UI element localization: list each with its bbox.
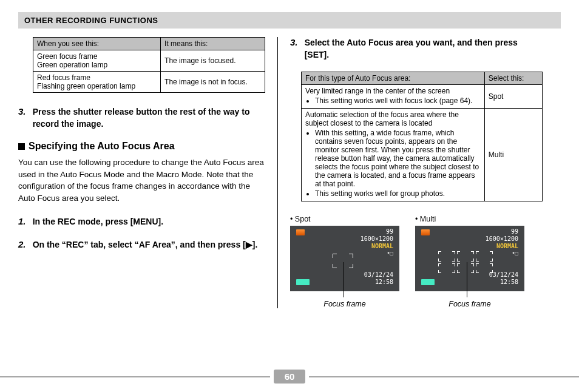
- time-text: 12:58: [375, 279, 393, 285]
- page-number: 60: [274, 370, 306, 384]
- table-row: Very limited range in the center of the …: [302, 85, 543, 109]
- date-text: 03/12/24: [364, 271, 393, 278]
- resolution-text: 1600×1200: [361, 235, 393, 242]
- footer-rule: [309, 376, 579, 377]
- cell-text: Red focus frame: [37, 73, 157, 82]
- lcd-screen-multi: 99 1600×1200 NORMAL •□ 03/12/24 12:58: [415, 226, 524, 291]
- resolution-text: 1600×1200: [486, 235, 518, 242]
- footer-rule: [0, 376, 270, 377]
- table-row: Green focus frame Green operation lamp T…: [33, 50, 265, 72]
- spot-focus-frame: [333, 254, 353, 268]
- lcd-screen-spot: 99 1600×1200 NORMAL •□ 03/12/24 12:58: [290, 226, 399, 291]
- af-multi-select: Multi: [484, 109, 542, 201]
- th-see: When you see this:: [33, 38, 161, 50]
- step-1: 1. In the REC mode, press [MENU].: [18, 216, 265, 228]
- spot-label: • Spot: [290, 215, 399, 223]
- th-select: Select this:: [484, 72, 542, 85]
- table-row: Red focus frame Flashing green operation…: [33, 72, 265, 93]
- cell-text: Flashing green operation lamp: [37, 82, 157, 90]
- square-bullet-icon: [18, 143, 25, 150]
- step-number: 3.: [290, 37, 302, 47]
- leader-line: [467, 262, 467, 297]
- bullet-text: This setting works well with focus lock …: [315, 96, 481, 105]
- quality-text: NORMAL: [371, 243, 393, 249]
- content-columns: When you see this: It means this: Green …: [18, 37, 561, 308]
- subheading-text: Specifying the Auto Focus Area: [29, 141, 175, 152]
- step-body: Press the shutter release button the res…: [33, 106, 264, 130]
- page-footer: 60: [0, 370, 579, 384]
- af-area-table: For this type of Auto Focus area: Select…: [301, 72, 543, 201]
- cell-text: The image is not in focus.: [161, 72, 265, 93]
- th-means: It means this:: [161, 38, 265, 50]
- th-af-type: For this type of Auto Focus area:: [302, 72, 485, 85]
- cell-text: Green operation lamp: [37, 61, 157, 69]
- cell-text: The image is focused.: [161, 50, 265, 72]
- multi-focus-frame: [438, 251, 493, 273]
- step-body: On the “REC” tab, select “AF Area”, and …: [33, 239, 264, 251]
- step-number: 1.: [18, 216, 30, 226]
- cell-text: Automatic selection of the focus area wh…: [305, 110, 481, 127]
- record-icon: [296, 229, 305, 235]
- leader-line: [344, 262, 344, 297]
- step-3-right: 3. Select the Auto Focus area you want, …: [290, 37, 543, 61]
- memory-icon: •□: [512, 250, 518, 256]
- left-column: When you see this: It means this: Green …: [18, 37, 278, 308]
- battery-icon: [421, 279, 435, 285]
- step-body: Select the Auto Focus area you want, and…: [305, 37, 541, 61]
- step-body: In the REC mode, press [MENU].: [33, 216, 264, 228]
- bullet-text: This setting works well for group photos…: [315, 189, 481, 198]
- step-2: 2. On the “REC” tab, select “AF Area”, a…: [18, 239, 265, 251]
- step-number: 2.: [18, 239, 30, 249]
- af-spot-select: Spot: [484, 85, 542, 109]
- shots-remaining: 99: [386, 228, 393, 235]
- record-icon: [421, 229, 430, 235]
- focus-status-table: When you see this: It means this: Green …: [33, 37, 265, 93]
- cell-text: Very limited range in the center of the …: [305, 87, 481, 95]
- memory-icon: •□: [387, 250, 393, 256]
- subheading: Specifying the Auto Focus Area: [18, 141, 265, 152]
- battery-icon: [296, 279, 310, 285]
- table-row: Automatic selection of the focus area wh…: [302, 109, 543, 201]
- cell-text: Green focus frame: [37, 52, 157, 61]
- step-3-left: 3. Press the shutter release button the …: [18, 106, 265, 130]
- example-screens: • Spot 99 1600×1200 NORMAL •□ 03/12/24 1…: [290, 215, 543, 308]
- right-column: 3. Select the Auto Focus area you want, …: [278, 37, 543, 308]
- intro-paragraph: You can use the following procedure to c…: [18, 157, 265, 204]
- section-header: OTHER RECORDING FUNCTIONS: [18, 12, 561, 29]
- step-number: 3.: [18, 106, 30, 117]
- time-text: 12:58: [500, 279, 518, 285]
- af-multi-desc: Automatic selection of the focus area wh…: [302, 109, 485, 201]
- spot-example: • Spot 99 1600×1200 NORMAL •□ 03/12/24 1…: [290, 215, 399, 308]
- af-spot-desc: Very limited range in the center of the …: [302, 85, 485, 109]
- date-text: 03/12/24: [489, 271, 518, 278]
- multi-example: • Multi 99 1600×1200 NORMAL •□ 03/12/24 …: [415, 215, 524, 308]
- multi-label: • Multi: [415, 215, 524, 223]
- shots-remaining: 99: [511, 228, 518, 235]
- bullet-text: With this setting, a wide focus frame, w…: [315, 129, 481, 188]
- quality-text: NORMAL: [496, 243, 518, 249]
